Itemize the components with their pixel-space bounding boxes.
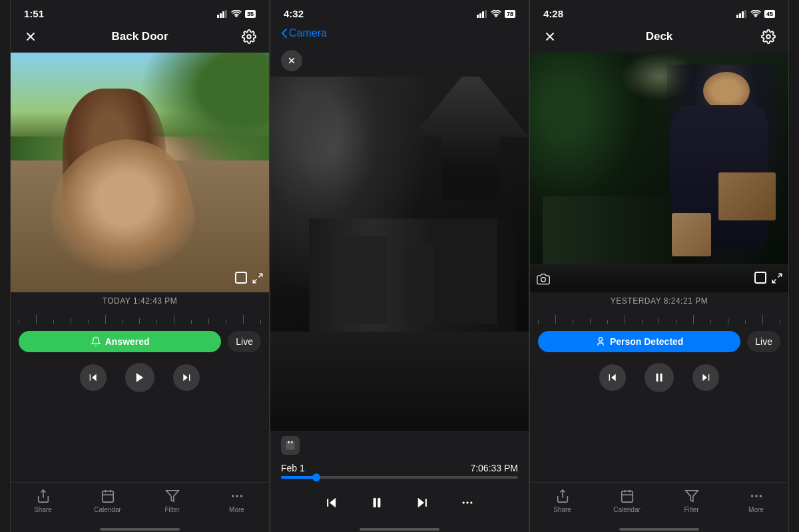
- phone1-play-button[interactable]: [125, 363, 154, 392]
- phone1-header: Back Door: [11, 22, 269, 53]
- deck-furniture: [543, 196, 672, 268]
- phone1-timeline[interactable]: [11, 308, 269, 327]
- phone2-prev-button[interactable]: [318, 489, 345, 516]
- filter-icon3: [684, 488, 700, 504]
- person-icon: [595, 336, 606, 347]
- phone3-bottom-nav: Share Calendar Filter More: [530, 482, 788, 524]
- phone1-next-button[interactable]: [173, 364, 200, 391]
- phone3-title: Deck: [646, 30, 673, 43]
- tick: [555, 315, 556, 324]
- svg-point-36: [463, 502, 465, 504]
- phone3-share-nav[interactable]: Share: [543, 488, 583, 513]
- night-floor: [270, 332, 529, 431]
- svg-rect-2: [222, 11, 224, 18]
- phone1-settings-button[interactable]: [240, 27, 258, 46]
- phone2-next-button[interactable]: [409, 489, 435, 516]
- cam3-expand-icon[interactable]: [771, 272, 783, 287]
- phone3-live-tag[interactable]: Live: [747, 331, 780, 352]
- phone3-timestamp: YESTERDAY 8:24:21 PM: [530, 292, 788, 308]
- tick: [710, 320, 711, 324]
- phone2-status-icons: 78: [477, 10, 515, 18]
- wifi-icon: [231, 10, 242, 18]
- phone1-close-button[interactable]: [21, 27, 40, 46]
- svg-rect-41: [742, 11, 744, 18]
- share-icon: [35, 488, 51, 504]
- phone2-clip-icon[interactable]: [281, 436, 300, 455]
- phone3-cam-bg: [530, 53, 788, 292]
- svg-marker-8: [92, 374, 97, 382]
- phone2-home-indicator: [360, 528, 439, 531]
- phone3-event-tags: Person Detected Live: [530, 327, 788, 356]
- more-icon3: [748, 488, 764, 504]
- bell-icon: [91, 336, 101, 347]
- phone1-more-nav[interactable]: More: [217, 488, 257, 513]
- phone2-time: 4:32: [284, 8, 304, 19]
- tick: [573, 320, 573, 324]
- phone3-settings-button[interactable]: [759, 27, 778, 46]
- svg-rect-32: [374, 498, 376, 507]
- phone2-pause-button[interactable]: [364, 489, 390, 516]
- more-label3: More: [748, 506, 764, 513]
- phone1-share-nav[interactable]: Share: [23, 488, 63, 513]
- svg-marker-17: [166, 491, 178, 502]
- tick: [762, 315, 763, 324]
- phone3-filter-nav[interactable]: Filter: [672, 488, 712, 513]
- tick: [693, 315, 694, 324]
- svg-marker-34: [418, 498, 423, 507]
- svg-marker-53: [702, 374, 707, 382]
- tick: [88, 320, 89, 324]
- phone3-status-bar: 4:28 45: [530, 0, 788, 22]
- phone3-more-nav[interactable]: More: [736, 488, 776, 513]
- phone2-header: Camera: [270, 22, 529, 45]
- phone1-filter-nav[interactable]: Filter: [152, 488, 192, 513]
- svg-rect-28: [288, 441, 290, 443]
- phone2-back-label: Camera: [289, 27, 327, 39]
- svg-point-60: [751, 495, 752, 497]
- tick: [19, 320, 19, 324]
- phone2-close-button[interactable]: [281, 50, 302, 71]
- phone2-progress-track: [281, 476, 518, 479]
- phone3-next-button[interactable]: [692, 364, 719, 391]
- phone3-camera-view: [530, 53, 788, 292]
- phone3-close-button[interactable]: [541, 27, 559, 46]
- deck-package2: [672, 213, 710, 256]
- chevron-left-icon: [281, 28, 288, 39]
- phone2-camera-view: [270, 77, 529, 431]
- svg-point-38: [471, 502, 473, 504]
- phone2-back-button[interactable]: Camera: [281, 27, 327, 39]
- tick: [659, 318, 659, 324]
- phone3-person-detected-tag[interactable]: Person Detected: [538, 331, 740, 352]
- phone3-calendar-nav[interactable]: Calendar: [607, 488, 647, 513]
- phone1-prev-button[interactable]: [80, 364, 107, 391]
- tick: [607, 320, 608, 324]
- phone1-answered-tag[interactable]: Answered: [19, 331, 221, 352]
- svg-rect-51: [657, 374, 659, 382]
- phone3-header: Deck: [530, 22, 788, 53]
- phone3-pause-button[interactable]: [645, 363, 674, 392]
- phone3-timeline[interactable]: [530, 308, 788, 327]
- phone2-progress-bar[interactable]: [270, 476, 529, 484]
- tick: [208, 318, 209, 324]
- svg-rect-55: [621, 491, 633, 503]
- phone3-prev-button[interactable]: [599, 364, 626, 391]
- svg-rect-42: [744, 10, 746, 18]
- svg-rect-21: [477, 15, 479, 18]
- tick: [260, 320, 261, 324]
- phone1-status-bar: 1:51 35: [11, 0, 269, 22]
- svg-rect-7: [236, 272, 246, 283]
- cam1-expand-icon[interactable]: [252, 272, 264, 287]
- live-label3: Live: [755, 336, 772, 347]
- clip-icon: [285, 440, 296, 451]
- phone1-calendar-nav[interactable]: Calendar: [88, 488, 128, 513]
- phone1-status-icons: 35: [217, 10, 256, 18]
- signal-icon: [736, 10, 747, 18]
- phone1-live-tag[interactable]: Live: [228, 331, 261, 352]
- phone2-progress-fill: [281, 476, 316, 479]
- phone2-date-row: Feb 1 7:06:33 PM: [270, 457, 529, 476]
- phone2-night-bg: [270, 77, 529, 431]
- svg-point-6: [247, 35, 251, 39]
- night-light-glow: [296, 95, 374, 201]
- tick: [139, 318, 140, 324]
- phone2-more-button[interactable]: [454, 489, 481, 516]
- calendar-label3: Calendar: [613, 506, 641, 513]
